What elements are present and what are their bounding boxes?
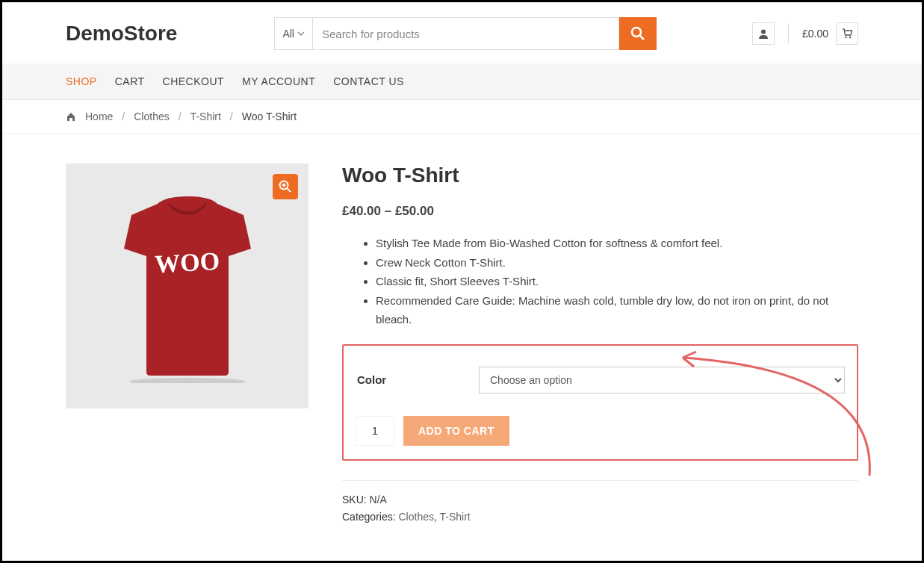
nav-item-contact[interactable]: CONTACT US bbox=[333, 63, 404, 99]
account-button[interactable] bbox=[752, 22, 775, 45]
breadcrumb-sep: / bbox=[179, 111, 182, 122]
search-icon bbox=[630, 26, 645, 41]
nav-item-account[interactable]: MY ACCOUNT bbox=[242, 63, 315, 99]
search-input[interactable] bbox=[313, 17, 619, 50]
svg-text:WOO: WOO bbox=[154, 247, 220, 278]
main-nav: SHOP CART CHECKOUT MY ACCOUNT CONTACT US bbox=[2, 63, 922, 100]
desc-bullet: Recommended Care Guide: Machine wash col… bbox=[376, 291, 858, 329]
breadcrumb-current: Woo T-Shirt bbox=[242, 111, 297, 122]
category-link-clothes[interactable]: Clothes bbox=[398, 511, 433, 523]
color-select[interactable]: Choose an option bbox=[479, 367, 845, 394]
variation-label-color: Color bbox=[356, 373, 479, 386]
svg-point-4 bbox=[849, 37, 851, 38]
categories-row: Categories: Clothes, T-Shirt bbox=[342, 508, 858, 526]
breadcrumb: Home / Clothes / T-Shirt / Woo T-Shirt bbox=[2, 100, 922, 134]
cart-icon bbox=[842, 28, 852, 39]
add-to-cart-button[interactable]: ADD TO CART bbox=[403, 416, 509, 446]
cart-link[interactable]: £0.00 bbox=[802, 22, 858, 45]
breadcrumb-home[interactable]: Home bbox=[85, 111, 113, 122]
header-divider bbox=[788, 23, 789, 44]
chevron-down-icon bbox=[297, 30, 305, 37]
search-container: All bbox=[274, 17, 657, 50]
svg-line-1 bbox=[640, 36, 644, 40]
product-image[interactable]: WOO bbox=[113, 189, 262, 383]
store-logo[interactable]: DemoStore bbox=[66, 22, 177, 46]
product-title: Woo T-Shirt bbox=[342, 164, 858, 187]
svg-point-10 bbox=[129, 378, 246, 383]
product-description: Stylish Tee Made from Bio-Washed Cotton … bbox=[342, 234, 858, 329]
breadcrumb-clothes[interactable]: Clothes bbox=[134, 111, 169, 122]
desc-bullet: Classic fit, Short Sleeves T-Shirt. bbox=[376, 272, 858, 291]
zoom-icon bbox=[279, 180, 292, 193]
breadcrumb-sep: / bbox=[230, 111, 233, 122]
svg-point-0 bbox=[632, 28, 641, 37]
zoom-button[interactable] bbox=[273, 174, 298, 199]
svg-line-6 bbox=[288, 189, 291, 193]
breadcrumb-tshirt[interactable]: T-Shirt bbox=[190, 111, 221, 122]
category-link-tshirt[interactable]: T-Shirt bbox=[439, 511, 470, 523]
category-dropdown[interactable]: All bbox=[274, 17, 313, 50]
home-icon bbox=[66, 111, 76, 122]
user-icon bbox=[758, 28, 769, 39]
nav-item-checkout[interactable]: CHECKOUT bbox=[163, 63, 225, 99]
sku-row: SKU: N/A bbox=[342, 491, 858, 508]
variation-highlight-box: Color Choose an option ADD TO CART bbox=[342, 344, 858, 461]
desc-bullet: Stylish Tee Made from Bio-Washed Cotton … bbox=[376, 234, 858, 253]
sku-label: SKU: bbox=[342, 494, 367, 506]
meta-divider bbox=[342, 480, 858, 481]
breadcrumb-sep: / bbox=[122, 111, 125, 122]
svg-point-3 bbox=[845, 37, 846, 38]
product-price: £40.00 – £50.00 bbox=[342, 204, 858, 219]
categories-label: Categories: bbox=[342, 511, 396, 523]
sku-value: N/A bbox=[370, 494, 387, 506]
nav-item-shop[interactable]: SHOP bbox=[66, 63, 97, 99]
category-dropdown-label: All bbox=[282, 28, 294, 40]
quantity-input[interactable] bbox=[356, 416, 394, 446]
svg-point-2 bbox=[761, 30, 766, 34]
desc-bullet: Crew Neck Cotton T-Shirt. bbox=[376, 253, 858, 273]
product-gallery: WOO bbox=[66, 164, 308, 408]
cart-total: £0.00 bbox=[802, 28, 828, 40]
search-button[interactable] bbox=[619, 17, 657, 50]
nav-item-cart[interactable]: CART bbox=[115, 63, 145, 99]
